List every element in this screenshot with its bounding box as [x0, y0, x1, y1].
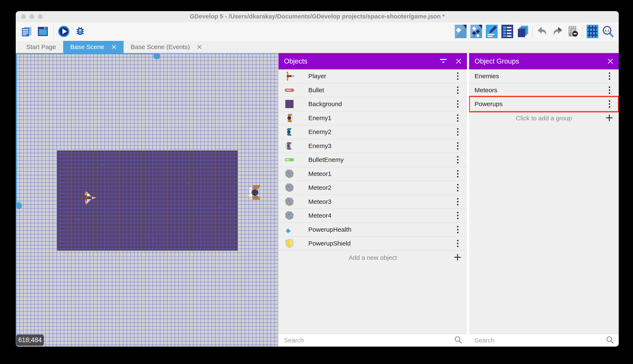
add-group-button[interactable]: Click to add a group	[469, 111, 619, 126]
object-row[interactable]: Meteor2	[278, 181, 467, 195]
enemy-ship-teal-icon	[284, 126, 295, 137]
background-square-icon	[284, 98, 295, 110]
objects-search-input[interactable]	[278, 334, 467, 346]
object-name: Meteor1	[308, 170, 332, 178]
object-row[interactable]: Enemy3	[278, 139, 467, 153]
group-list: EnemiesMeteorsPowerups	[469, 70, 619, 111]
add-object-button[interactable]: Add a new object	[278, 251, 467, 265]
objects-panel-icon[interactable]	[455, 25, 467, 38]
object-menu-button[interactable]	[454, 154, 462, 165]
panel-divider[interactable]	[467, 53, 469, 346]
layers-icon[interactable]	[517, 25, 529, 38]
maximize-window-button[interactable]	[38, 14, 43, 19]
object-name: Enemy2	[308, 128, 332, 136]
object-row[interactable]: Player	[278, 70, 467, 84]
start-page-icon[interactable]	[37, 25, 49, 38]
scene-horizontal-scrollbar[interactable]	[16, 53, 278, 54]
tab-start-page[interactable]: Start Page	[19, 41, 63, 53]
object-menu-button[interactable]	[454, 112, 462, 124]
object-row[interactable]: Meteor4	[278, 209, 467, 223]
object-groups-icon[interactable]	[470, 25, 482, 38]
object-name: Meteor3	[308, 198, 332, 205]
object-menu-button[interactable]	[454, 210, 462, 221]
object-name: Enemy1	[308, 114, 332, 122]
filter-icon[interactable]	[440, 58, 447, 64]
tab-base-scene[interactable]: Base Scene	[63, 41, 124, 53]
object-menu-button[interactable]	[454, 196, 462, 207]
minimize-window-button[interactable]	[30, 14, 34, 19]
close-objects-panel-icon[interactable]	[456, 58, 462, 64]
object-list: PlayerBulletBackgroundEnemy1Enemy2Enemy3…	[278, 70, 467, 251]
gdevelop-window: GDevelop 5 - /Users/dkarakay/Documents/G…	[16, 11, 619, 346]
plus-icon	[454, 254, 461, 262]
object-row[interactable]: Background	[278, 97, 467, 111]
project-manager-icon[interactable]	[20, 25, 33, 38]
scene-vertical-scrollbar[interactable]	[16, 53, 17, 346]
instances-list-icon[interactable]	[501, 25, 513, 38]
object-menu-button[interactable]	[454, 85, 462, 96]
object-row[interactable]: BulletEnemy	[278, 153, 467, 167]
group-name: Enemies	[475, 72, 499, 80]
cursor-coordinates-badge: 618;484	[16, 334, 44, 346]
object-menu-button[interactable]	[454, 182, 462, 193]
plus-icon	[606, 114, 613, 122]
close-window-button[interactable]	[21, 14, 26, 19]
object-row[interactable]: PowerupHealth	[278, 223, 467, 237]
enemy-ship-sprite[interactable]	[246, 183, 264, 202]
object-menu-button[interactable]	[454, 238, 462, 249]
object-name: Meteor4	[308, 212, 332, 219]
bullet-red-icon	[284, 85, 295, 96]
meteor-icon	[284, 182, 295, 193]
objects-panel: Objects PlayerBulletBackgroundEnemy1Enem…	[278, 53, 467, 346]
tab-label: Base Scene (Events)	[131, 44, 190, 50]
object-menu-button[interactable]	[454, 71, 462, 82]
object-row[interactable]: Meteor3	[278, 195, 467, 209]
player-ship-sprite[interactable]	[81, 189, 97, 206]
objects-panel-title: Objects	[284, 57, 307, 65]
object-groups-panel-header: Object Groups	[469, 53, 619, 70]
object-row[interactable]: Bullet	[278, 84, 467, 98]
group-row[interactable]: Enemies	[469, 70, 619, 84]
object-menu-button[interactable]	[454, 140, 462, 152]
grid-icon[interactable]	[586, 25, 598, 38]
group-name: Powerups	[475, 100, 502, 108]
object-menu-button[interactable]	[454, 224, 462, 235]
group-menu-button[interactable]	[606, 85, 613, 96]
window-title: GDevelop 5 - /Users/dkarakay/Documents/G…	[190, 13, 445, 20]
groups-search-bar	[469, 334, 619, 346]
title-bar: GDevelop 5 - /Users/dkarakay/Documents/G…	[16, 11, 619, 22]
redo-icon[interactable]	[552, 25, 564, 38]
enemy-ship-orange-icon	[284, 112, 295, 124]
scene-editor-canvas[interactable]: 618;484	[16, 53, 278, 346]
object-menu-button[interactable]	[454, 126, 462, 137]
undo-icon[interactable]	[536, 25, 548, 38]
player-ship-icon	[284, 71, 295, 82]
object-row[interactable]: Enemy2	[278, 125, 467, 139]
object-row[interactable]: PowerupShield	[278, 237, 467, 251]
group-row[interactable]: Powerups	[469, 97, 619, 111]
tab-base-scene-events[interactable]: Base Scene (Events)	[124, 41, 209, 53]
group-menu-button[interactable]	[606, 98, 613, 110]
group-row[interactable]: Meteors	[469, 84, 619, 98]
close-tab-icon[interactable]	[197, 44, 202, 50]
groups-search-input[interactable]	[469, 334, 619, 346]
debug-icon[interactable]	[74, 25, 86, 38]
close-tab-icon[interactable]	[111, 44, 117, 50]
window-mask-icon[interactable]	[567, 25, 579, 38]
object-menu-button[interactable]	[454, 98, 462, 110]
properties-icon[interactable]	[486, 25, 498, 38]
shield-icon	[284, 238, 295, 249]
horizontal-scroll-thumb[interactable]	[153, 53, 160, 59]
object-menu-button[interactable]	[454, 168, 462, 179]
object-name: Meteor2	[308, 184, 332, 191]
group-menu-button[interactable]	[606, 71, 613, 82]
zoom-1-1-icon[interactable]: 1:1	[602, 25, 614, 38]
meteor-icon	[284, 210, 295, 221]
close-object-groups-panel-icon[interactable]	[607, 58, 613, 64]
object-row[interactable]: Meteor1	[278, 167, 467, 181]
meteor-icon	[284, 196, 295, 207]
group-name: Meteors	[475, 86, 497, 94]
preview-play-icon[interactable]	[58, 25, 70, 38]
object-row[interactable]: Enemy1	[278, 111, 467, 126]
vertical-scroll-thumb[interactable]	[16, 202, 22, 209]
